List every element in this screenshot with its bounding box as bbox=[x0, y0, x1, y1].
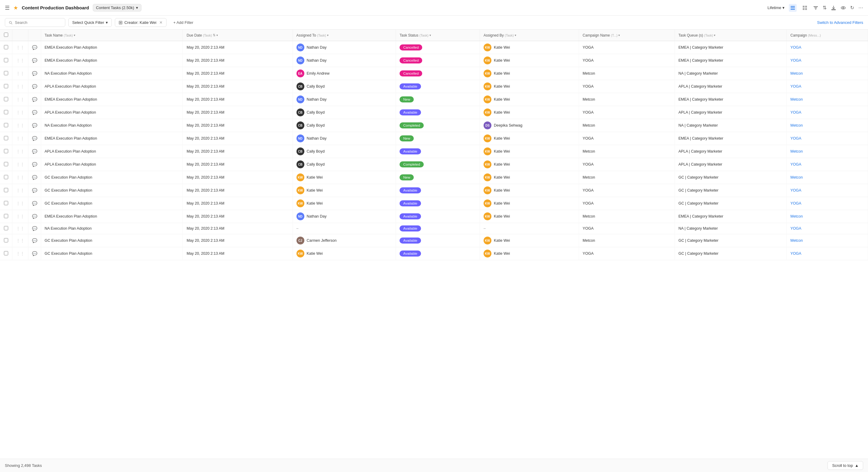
row-checkbox-cell[interactable] bbox=[0, 145, 12, 158]
row-checkbox-cell[interactable] bbox=[0, 80, 12, 93]
row-campaign-link[interactable]: YOGA bbox=[787, 41, 868, 54]
hamburger-icon[interactable]: ☰ bbox=[5, 4, 10, 11]
row-checkbox[interactable] bbox=[4, 84, 8, 88]
refresh-icon[interactable]: ↻ bbox=[850, 5, 854, 10]
row-campaign-link[interactable]: YOGA bbox=[787, 80, 868, 93]
header-checkbox[interactable] bbox=[0, 30, 12, 41]
export-icon[interactable] bbox=[831, 5, 836, 10]
lifetime-selector[interactable]: Lifetime ▾ bbox=[767, 5, 784, 10]
header-task-queue[interactable]: Task Queue (s) (Task) ▾ bbox=[675, 30, 786, 41]
row-drag-handle[interactable]: ⋮⋮ bbox=[12, 223, 28, 234]
row-drag-handle[interactable]: ⋮⋮ bbox=[12, 171, 28, 184]
campaign-link-anchor[interactable]: YOGA bbox=[790, 251, 801, 256]
row-checkbox-cell[interactable] bbox=[0, 93, 12, 106]
campaign-link-anchor[interactable]: YOGA bbox=[790, 226, 801, 230]
search-box[interactable] bbox=[5, 18, 65, 27]
campaign-link-anchor[interactable]: Metcon bbox=[790, 149, 803, 154]
advanced-filter-link[interactable]: Switch to Advanced Filters bbox=[817, 20, 863, 25]
row-drag-handle[interactable]: ⋮⋮ bbox=[12, 132, 28, 145]
row-checkbox[interactable] bbox=[4, 149, 8, 153]
row-checkbox-cell[interactable] bbox=[0, 67, 12, 80]
sort-icon[interactable]: ⇅ bbox=[823, 5, 827, 10]
campaign-link-anchor[interactable]: Metcon bbox=[790, 97, 803, 101]
creator-filter-remove[interactable]: ✕ bbox=[159, 20, 163, 25]
row-checkbox[interactable] bbox=[4, 238, 8, 242]
campaign-link-anchor[interactable]: Metcon bbox=[790, 239, 803, 243]
search-input[interactable] bbox=[15, 20, 61, 25]
row-drag-handle[interactable]: ⋮⋮ bbox=[12, 234, 28, 247]
campaign-link-anchor[interactable]: YOGA bbox=[790, 58, 801, 63]
row-checkbox-cell[interactable] bbox=[0, 184, 12, 197]
row-checkbox[interactable] bbox=[4, 188, 8, 192]
star-icon[interactable]: ★ bbox=[13, 4, 18, 11]
campaign-link-anchor[interactable]: YOGA bbox=[790, 201, 801, 206]
header-task-name[interactable]: Task Name (Task) ▾ bbox=[41, 30, 183, 41]
header-assigned-to[interactable]: Assigned To (Task) ▾ bbox=[292, 30, 396, 41]
row-checkbox[interactable] bbox=[4, 123, 8, 127]
campaign-link-anchor[interactable]: Metcon bbox=[790, 214, 803, 218]
row-checkbox[interactable] bbox=[4, 175, 8, 179]
row-checkbox[interactable] bbox=[4, 58, 8, 62]
header-campaign-name[interactable]: Campaign Name (T...) ▾ bbox=[579, 30, 675, 41]
campaign-link-anchor[interactable]: YOGA bbox=[790, 188, 801, 192]
row-campaign-link[interactable]: Metcon bbox=[787, 171, 868, 184]
row-drag-handle[interactable]: ⋮⋮ bbox=[12, 106, 28, 119]
row-campaign-link[interactable]: Metcon bbox=[787, 234, 868, 247]
row-drag-handle[interactable]: ⋮⋮ bbox=[12, 80, 28, 93]
row-checkbox[interactable] bbox=[4, 71, 8, 75]
grid-view-icon[interactable] bbox=[801, 4, 809, 12]
row-campaign-link[interactable]: YOGA bbox=[787, 158, 868, 171]
more-icon[interactable]: ⋯ bbox=[858, 5, 863, 10]
quick-filter-button[interactable]: Select Quick Filter ▾ bbox=[68, 18, 112, 27]
row-campaign-link[interactable]: YOGA bbox=[787, 132, 868, 145]
row-campaign-link[interactable]: YOGA bbox=[787, 247, 868, 260]
row-drag-handle[interactable]: ⋮⋮ bbox=[12, 67, 28, 80]
header-task-status[interactable]: Task Status (Task) ▾ bbox=[396, 30, 480, 41]
row-campaign-link[interactable]: Metcon bbox=[787, 67, 868, 80]
row-checkbox[interactable] bbox=[4, 136, 8, 140]
add-filter-button[interactable]: + Add Filter bbox=[169, 19, 197, 27]
header-campaign[interactable]: Campaign (Mess...) bbox=[787, 30, 868, 41]
row-checkbox-cell[interactable] bbox=[0, 54, 12, 67]
campaign-link-anchor[interactable]: YOGA bbox=[790, 162, 801, 166]
header-due-date[interactable]: Due Date (Task) ⇅ ▾ bbox=[183, 30, 292, 41]
row-drag-handle[interactable]: ⋮⋮ bbox=[12, 41, 28, 54]
header-assigned-by[interactable]: Assigned By (Task) ▾ bbox=[479, 30, 579, 41]
row-drag-handle[interactable]: ⋮⋮ bbox=[12, 197, 28, 210]
task-count-badge[interactable]: Content Tasks (2.50k) ▾ bbox=[93, 4, 142, 11]
row-checkbox-cell[interactable] bbox=[0, 171, 12, 184]
row-drag-handle[interactable]: ⋮⋮ bbox=[12, 93, 28, 106]
row-campaign-link[interactable]: YOGA bbox=[787, 54, 868, 67]
row-checkbox-cell[interactable] bbox=[0, 41, 12, 54]
row-drag-handle[interactable]: ⋮⋮ bbox=[12, 54, 28, 67]
campaign-link-anchor[interactable]: Metcon bbox=[790, 175, 803, 180]
select-all-checkbox[interactable] bbox=[4, 33, 8, 37]
campaign-link-anchor[interactable]: Metcon bbox=[790, 71, 803, 75]
eye-icon[interactable] bbox=[840, 5, 846, 10]
row-drag-handle[interactable]: ⋮⋮ bbox=[12, 145, 28, 158]
row-checkbox-cell[interactable] bbox=[0, 197, 12, 210]
row-checkbox-cell[interactable] bbox=[0, 223, 12, 234]
row-checkbox-cell[interactable] bbox=[0, 106, 12, 119]
campaign-link-anchor[interactable]: YOGA bbox=[790, 45, 801, 50]
row-checkbox[interactable] bbox=[4, 110, 8, 114]
row-checkbox[interactable] bbox=[4, 201, 8, 205]
row-drag-handle[interactable]: ⋮⋮ bbox=[12, 247, 28, 260]
row-campaign-link[interactable]: YOGA bbox=[787, 184, 868, 197]
campaign-link-anchor[interactable]: Metcon bbox=[790, 123, 803, 128]
campaign-link-anchor[interactable]: YOGA bbox=[790, 84, 801, 89]
row-drag-handle[interactable]: ⋮⋮ bbox=[12, 210, 28, 223]
row-drag-handle[interactable]: ⋮⋮ bbox=[12, 158, 28, 171]
row-drag-handle[interactable]: ⋮⋮ bbox=[12, 119, 28, 132]
row-campaign-link[interactable]: Metcon bbox=[787, 145, 868, 158]
row-checkbox-cell[interactable] bbox=[0, 119, 12, 132]
row-campaign-link[interactable]: YOGA bbox=[787, 197, 868, 210]
scroll-to-top-button[interactable]: Scroll to top ▲ bbox=[828, 461, 863, 470]
row-checkbox-cell[interactable] bbox=[0, 247, 12, 260]
list-view-icon[interactable] bbox=[789, 4, 797, 12]
campaign-link-anchor[interactable]: YOGA bbox=[790, 110, 801, 115]
row-checkbox[interactable] bbox=[4, 97, 8, 101]
row-checkbox[interactable] bbox=[4, 45, 8, 49]
row-checkbox-cell[interactable] bbox=[0, 210, 12, 223]
row-drag-handle[interactable]: ⋮⋮ bbox=[12, 184, 28, 197]
